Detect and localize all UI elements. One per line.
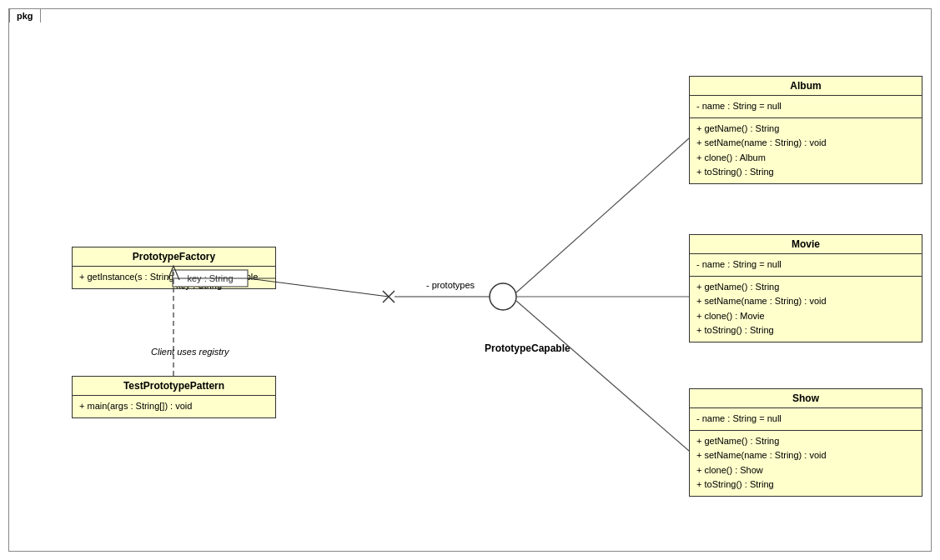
svg-line-10 xyxy=(516,301,689,451)
album-attributes: - name : String = null xyxy=(690,96,922,118)
album-title: Album xyxy=(690,77,922,96)
show-title: Show xyxy=(690,389,922,408)
pkg-tab: pkg xyxy=(9,8,41,22)
test-prototype-pattern-title: TestPrototypePattern xyxy=(73,377,275,396)
album-class: Album - name : String = null + getName()… xyxy=(689,76,922,184)
album-methods: + getName() : String + setName(name : St… xyxy=(690,118,922,183)
svg-line-8 xyxy=(516,138,689,292)
svg-line-5 xyxy=(383,291,395,302)
prototype-factory-title: PrototypeFactory xyxy=(73,248,275,267)
client-uses-registry-label: Client uses registry xyxy=(151,347,229,357)
movie-attributes: - name : String = null xyxy=(690,254,922,277)
key-string-label: key : String xyxy=(176,280,222,290)
test-prototype-pattern-methods: + main(args : String[]) : void xyxy=(73,396,275,418)
diagram-container: pkg Album - name : String = null + getNa… xyxy=(8,8,932,552)
prototype-factory-class: PrototypeFactory + getInstance(s : Strin… xyxy=(72,247,276,289)
movie-title: Movie xyxy=(690,235,922,254)
movie-methods: + getName() : String + setName(name : St… xyxy=(690,277,922,342)
show-methods: + getName() : String + setName(name : St… xyxy=(690,431,922,496)
show-attributes: - name : String = null xyxy=(690,408,922,431)
prototypecapable-label: PrototypeCapable xyxy=(485,342,571,354)
prototype-factory-methods: + getInstance(s : String) : PrototypeCap… xyxy=(73,267,275,288)
prototypes-label: - prototypes xyxy=(426,280,475,290)
svg-point-7 xyxy=(490,283,516,310)
svg-line-4 xyxy=(383,291,395,302)
test-prototype-pattern-class: TestPrototypePattern + main(args : Strin… xyxy=(72,376,276,418)
movie-class: Movie - name : String = null + getName()… xyxy=(689,234,922,342)
show-class: Show - name : String = null + getName() … xyxy=(689,388,922,497)
